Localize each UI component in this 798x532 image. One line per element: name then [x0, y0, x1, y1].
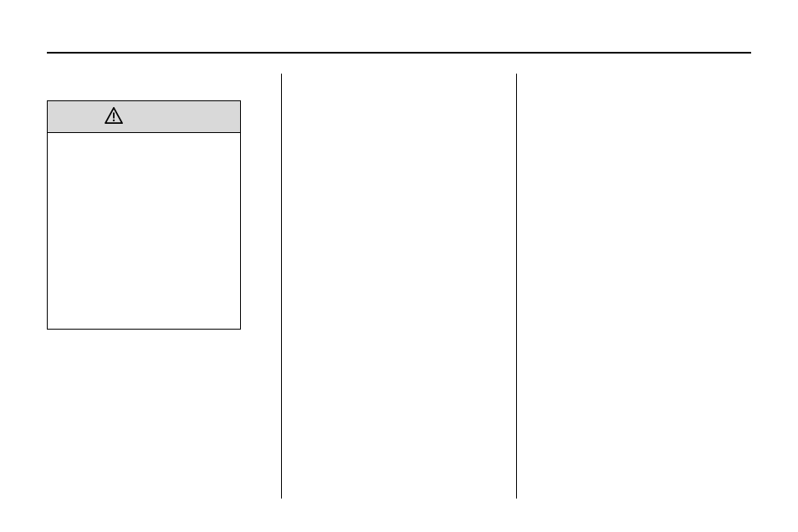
column-2 — [282, 74, 516, 499]
page — [0, 0, 798, 532]
column-3 — [517, 74, 751, 499]
caution-header — [48, 101, 240, 133]
warning-triangle-icon — [105, 107, 123, 127]
column-1 — [47, 74, 281, 499]
caution-body — [48, 133, 240, 329]
top-horizontal-rule — [47, 52, 751, 54]
three-column-layout — [47, 74, 751, 499]
caution-box — [47, 100, 241, 330]
svg-point-1 — [113, 119, 115, 120]
